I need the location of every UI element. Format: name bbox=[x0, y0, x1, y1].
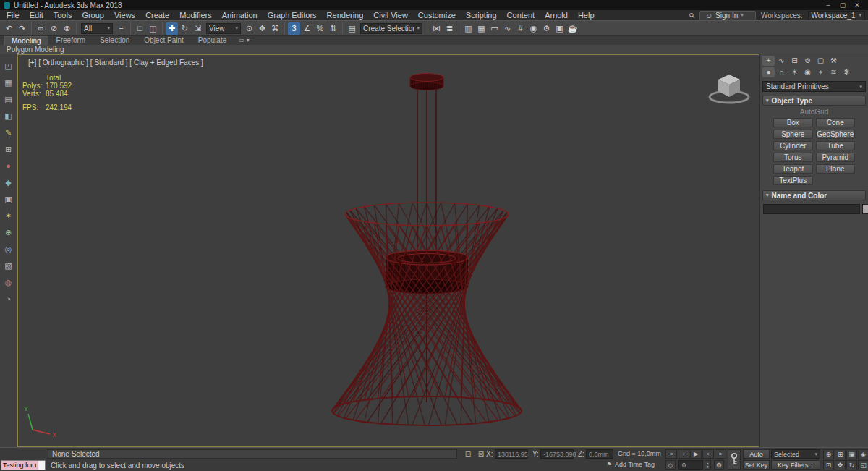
render-setup-icon[interactable]: ⚙ bbox=[540, 22, 553, 35]
left-toolbar-icon-8[interactable]: ◆ bbox=[3, 177, 14, 188]
select-by-name-icon[interactable]: ≡ bbox=[115, 22, 127, 35]
search-icon[interactable]: ⚲ bbox=[687, 11, 697, 20]
mirror-icon[interactable]: ⋈ bbox=[430, 22, 443, 35]
current-frame-field[interactable]: 0 bbox=[678, 460, 703, 470]
ribbon-tab-object-paint[interactable]: Object Paint bbox=[137, 36, 190, 45]
select-and-link-icon[interactable]: ∞ bbox=[35, 22, 47, 35]
z-coordinate-field[interactable]: 0,0mm bbox=[586, 449, 613, 459]
menu-item-help[interactable]: Help bbox=[573, 10, 600, 20]
key-mode-dropdown[interactable]: Selected ▾ bbox=[771, 449, 820, 459]
object-type-teapot-button[interactable]: Teapot bbox=[773, 164, 813, 174]
workspace-selector[interactable]: Workspace_1 ▾ bbox=[808, 11, 865, 20]
object-type-cylinder-button[interactable]: Cylinder bbox=[773, 141, 813, 150]
object-color-swatch[interactable] bbox=[862, 204, 868, 214]
named-selection-set-field[interactable]: Create Selection Se▾ bbox=[360, 23, 422, 34]
zoom-all-icon[interactable]: ⊞ bbox=[835, 449, 846, 459]
menu-item-file[interactable]: File bbox=[1, 10, 25, 20]
autogrid-checkbox[interactable]: AutoGrid bbox=[760, 107, 868, 116]
x-coordinate-field[interactable]: 138116,95 bbox=[495, 449, 528, 459]
viewcube[interactable] bbox=[710, 75, 749, 103]
left-toolbar-icon-13[interactable]: ▧ bbox=[3, 260, 14, 271]
left-toolbar-icon-15[interactable]: ◔ bbox=[3, 293, 14, 305]
minimize-button[interactable]: – bbox=[821, 0, 835, 10]
left-toolbar-icon-2[interactable]: ▦ bbox=[3, 77, 14, 88]
left-toolbar-icon-5[interactable]: ✎ bbox=[3, 127, 14, 138]
use-pivot-point-center-icon[interactable]: ⊙ bbox=[243, 22, 255, 35]
cameras-category[interactable]: ◉ bbox=[801, 67, 814, 77]
close-button[interactable]: ✕ bbox=[850, 0, 864, 10]
undo-icon[interactable]: ↶ bbox=[3, 22, 15, 35]
sign-in-button[interactable]: ☺ Sign In ▾ bbox=[699, 11, 756, 20]
y-coordinate-field[interactable]: -16753,098 bbox=[540, 449, 574, 459]
menu-item-tools[interactable]: Tools bbox=[48, 10, 77, 20]
object-type-geosphere-button[interactable]: GeoSphere bbox=[816, 130, 856, 139]
ribbon-tab-modeling[interactable]: Modeling bbox=[4, 36, 48, 45]
left-toolbar-icon-12[interactable]: ◎ bbox=[3, 243, 14, 255]
left-toolbar-icon-14[interactable]: ◍ bbox=[3, 276, 14, 288]
orbit-icon[interactable]: ↻ bbox=[846, 460, 857, 470]
menu-item-edit[interactable]: Edit bbox=[25, 10, 48, 20]
keyboard-shortcut-override-icon[interactable]: ⌘ bbox=[269, 22, 281, 35]
add-time-tag-button[interactable]: ⚑ Add Time Tag bbox=[606, 461, 655, 468]
select-and-manipulate-icon[interactable]: ✥ bbox=[256, 22, 268, 35]
left-toolbar-icon-11[interactable]: ⊕ bbox=[3, 226, 14, 238]
menu-item-scripting[interactable]: Scripting bbox=[461, 10, 502, 20]
shapes-category[interactable]: ∩ bbox=[775, 67, 788, 77]
object-type-sphere-button[interactable]: Sphere bbox=[773, 130, 813, 139]
helpers-category[interactable]: ⌖ bbox=[814, 67, 827, 77]
spinner-down-icon[interactable]: ▾ bbox=[707, 465, 709, 469]
rectangular-selection-region-icon[interactable]: □ bbox=[134, 22, 146, 35]
menu-item-animation[interactable]: Animation bbox=[217, 10, 263, 20]
window-crossing-toggle-icon[interactable]: ◫ bbox=[147, 22, 159, 35]
play-button[interactable]: ▶ bbox=[690, 449, 702, 459]
menu-item-modifiers[interactable]: Modifiers bbox=[174, 10, 217, 20]
ribbon-display-toggle-icon[interactable]: ▭ bbox=[239, 36, 244, 45]
toggle-layer-explorer-icon[interactable]: ▦ bbox=[475, 22, 488, 35]
bind-to-space-warp-icon[interactable]: ⊗ bbox=[61, 22, 73, 35]
left-toolbar-icon-3[interactable]: ▤ bbox=[3, 93, 14, 105]
redo-icon[interactable]: ↷ bbox=[16, 22, 28, 35]
ribbon-panel-bar[interactable]: Polygon Modeling bbox=[0, 45, 868, 54]
key-filters-button[interactable]: Key Filters... bbox=[771, 460, 820, 470]
zoom-icon[interactable]: ⊕ bbox=[823, 449, 834, 459]
align-icon[interactable]: ≣ bbox=[443, 22, 456, 35]
menu-item-civil-view[interactable]: Civil View bbox=[368, 10, 412, 20]
hierarchy-tab[interactable]: ⊟ bbox=[788, 56, 801, 66]
object-type-torus-button[interactable]: Torus bbox=[773, 153, 813, 162]
left-toolbar-icon-1[interactable]: ◰ bbox=[3, 60, 14, 72]
menu-item-create[interactable]: Create bbox=[140, 10, 174, 20]
left-toolbar-icon-6[interactable]: ⊞ bbox=[3, 143, 14, 155]
systems-category[interactable]: ❋ bbox=[841, 67, 853, 77]
menu-item-group[interactable]: Group bbox=[77, 10, 109, 20]
maxscript-mini-listener[interactable]: Testing for ı bbox=[1, 460, 46, 470]
previous-frame-button[interactable]: ‹ bbox=[678, 449, 689, 459]
go-to-end-button[interactable]: » bbox=[715, 449, 726, 459]
isolate-selection-toggle-icon[interactable]: ⊡ bbox=[463, 450, 473, 459]
object-type-tube-button[interactable]: Tube bbox=[816, 141, 856, 150]
menu-item-views[interactable]: Views bbox=[109, 10, 140, 20]
menu-item-content[interactable]: Content bbox=[502, 10, 540, 20]
spacewarps-category[interactable]: ≋ bbox=[827, 67, 840, 77]
display-tab[interactable]: ▢ bbox=[814, 56, 827, 66]
spinner-snap-toggle-icon[interactable]: ⇅ bbox=[327, 22, 339, 35]
percent-snap-toggle-icon[interactable]: % bbox=[314, 22, 326, 35]
edit-named-selection-sets-icon[interactable]: ▤ bbox=[346, 22, 358, 35]
left-toolbar-icon-9[interactable]: ▣ bbox=[3, 193, 14, 205]
pan-icon[interactable]: ✥ bbox=[835, 460, 846, 470]
selection-lock-toggle-icon[interactable]: ⊠ bbox=[476, 450, 486, 459]
zoom-extents-all-icon[interactable]: ◈ bbox=[858, 449, 868, 459]
menu-item-graph-editors[interactable]: Graph Editors bbox=[263, 10, 322, 20]
left-toolbar-icon-7[interactable]: ● bbox=[3, 160, 14, 171]
select-and-move-icon[interactable]: ✚ bbox=[166, 22, 178, 35]
wireframe-chandelier-model[interactable] bbox=[332, 74, 522, 426]
lights-category[interactable]: ☀ bbox=[788, 67, 801, 77]
left-toolbar-icon-4[interactable]: ◧ bbox=[3, 110, 14, 122]
motion-tab[interactable]: ⊚ bbox=[801, 56, 814, 66]
object-type-cone-button[interactable]: Cone bbox=[816, 118, 856, 127]
set-keys-button[interactable] bbox=[728, 449, 741, 470]
ribbon-config-chevron-icon[interactable]: ▾ bbox=[247, 36, 250, 45]
schematic-view-icon[interactable]: # bbox=[514, 22, 527, 35]
ribbon-tab-freeform[interactable]: Freeform bbox=[50, 36, 93, 45]
curve-editor-icon[interactable]: ∿ bbox=[501, 22, 514, 35]
geometry-category[interactable]: ● bbox=[762, 67, 775, 77]
